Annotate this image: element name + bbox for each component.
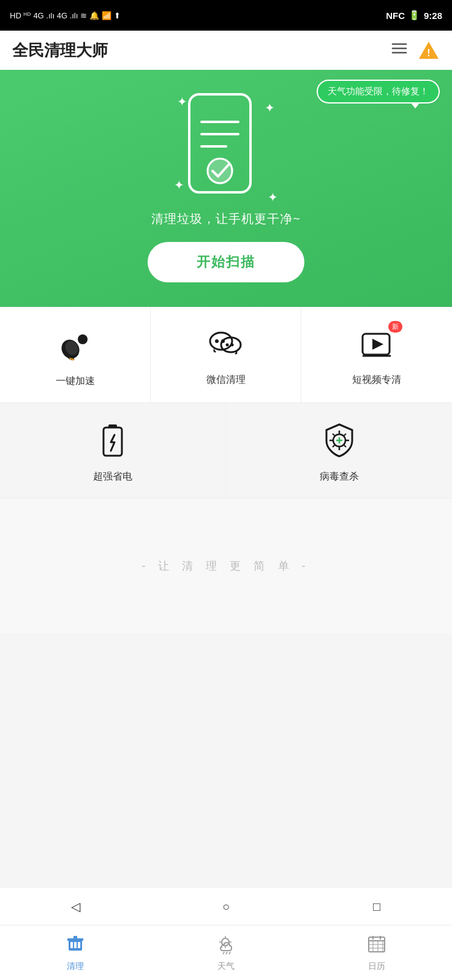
- sparkle-2: ✦: [265, 100, 275, 115]
- svg-point-18: [225, 343, 228, 346]
- nav-item-clean[interactable]: 清理: [0, 925, 151, 980]
- svg-line-49: [229, 952, 230, 954]
- slogan-text: - 让 清 理 更 简 单 -: [142, 559, 311, 573]
- warning-icon[interactable]: !: [418, 39, 440, 61]
- status-left: HD ᴴᴰ 4G .ılı 4G .ılı ≋ 🔔 📶 ⬆: [10, 11, 121, 20]
- feature-item-battery[interactable]: 超强省电: [0, 403, 226, 499]
- content-area: [0, 633, 452, 805]
- antivirus-icon: [322, 421, 357, 463]
- svg-line-30: [333, 434, 335, 436]
- shortvideo-label: 短视频专清: [352, 374, 401, 386]
- svg-rect-24: [108, 424, 117, 428]
- wechat-icon: [208, 328, 244, 366]
- phone-illustration: ✦ ✦ ✦ ✦: [171, 88, 281, 211]
- sparkle-1: ✦: [177, 94, 187, 109]
- feature-item-shortvideo[interactable]: 新 短视频专清: [301, 307, 452, 403]
- calendar-nav-label: 日历: [368, 961, 385, 972]
- scan-button[interactable]: 开始扫描: [148, 242, 304, 282]
- system-nav-bar: ◁ ○ □: [0, 888, 452, 925]
- network-icons: HD ᴴᴰ: [10, 11, 31, 20]
- battery-icon-feature: [97, 421, 128, 463]
- sparkle-4: ✦: [268, 190, 278, 205]
- svg-line-48: [226, 952, 227, 954]
- time-display: 9:28: [424, 10, 442, 21]
- bottom-navigation: 清理 天气: [0, 925, 452, 980]
- new-badge: 新: [388, 321, 402, 333]
- wifi-icon: ≋: [80, 11, 87, 20]
- clean-nav-label: 清理: [67, 961, 84, 972]
- feature-grid-row2: 超强省电 病毒查杀: [0, 403, 452, 499]
- sparkle-3: ✦: [174, 178, 184, 192]
- app-title: 全民清理大师: [12, 40, 108, 61]
- svg-line-31: [344, 434, 346, 436]
- battery-icon: 🔋: [409, 10, 420, 21]
- svg-point-9: [206, 157, 233, 184]
- weather-nav-icon: [216, 933, 236, 959]
- recent-button[interactable]: □: [361, 891, 392, 922]
- calendar-nav-icon: [366, 933, 387, 959]
- feature-grid-row1: 一键加速 微信清理 新 短视频专清: [0, 307, 452, 403]
- app-header: 全民清理大师 !: [0, 31, 452, 70]
- antivirus-label: 病毒查杀: [320, 470, 359, 483]
- svg-rect-39: [78, 942, 80, 948]
- hero-section: 天气功能受限，待修复！ ✦ ✦ ✦ ✦ 清理垃圾，让手机更干净~ 开始扫描: [0, 70, 452, 307]
- nav-item-weather[interactable]: 天气: [151, 925, 301, 980]
- slogan-section: - 让 清 理 更 简 单 -: [0, 499, 452, 633]
- svg-line-32: [333, 445, 335, 447]
- svg-rect-41: [73, 936, 77, 939]
- status-bar: HD ᴴᴰ 4G .ılı 4G .ılı ≋ 🔔 📶 ⬆ NFC 🔋 9:28: [0, 0, 452, 31]
- feature-item-antivirus[interactable]: 病毒查杀: [226, 403, 452, 499]
- speed-icon: [57, 326, 94, 368]
- extra-icons: 🔔 📶 ⬆: [89, 11, 120, 20]
- status-right: NFC 🔋 9:28: [386, 10, 442, 21]
- menu-icon[interactable]: [391, 40, 408, 61]
- svg-rect-37: [70, 942, 73, 948]
- weather-nav-label: 天气: [217, 961, 235, 972]
- feature-item-wechat[interactable]: 微信清理: [151, 307, 301, 403]
- back-button[interactable]: ◁: [60, 891, 91, 922]
- signal-icons: 4G .ılı 4G .ılı: [33, 11, 78, 20]
- speed-label: 一键加速: [56, 375, 95, 388]
- svg-point-19: [230, 343, 233, 346]
- weather-tooltip: 天气功能受限，待修复！: [317, 80, 440, 104]
- feature-item-speed[interactable]: 一键加速: [0, 307, 151, 403]
- svg-point-15: [215, 339, 219, 343]
- nav-item-calendar[interactable]: 日历: [301, 925, 452, 980]
- clean-nav-icon: [65, 933, 86, 959]
- wechat-label: 微信清理: [206, 374, 246, 386]
- svg-text:!: !: [427, 48, 430, 58]
- nfc-icon: NFC: [386, 10, 405, 21]
- svg-line-47: [223, 952, 224, 954]
- home-button[interactable]: ○: [211, 891, 241, 922]
- hero-subtitle: 清理垃圾，让手机更干净~: [151, 211, 301, 227]
- header-actions: !: [391, 39, 440, 61]
- svg-rect-38: [74, 942, 77, 948]
- shortvideo-icon: [358, 328, 396, 366]
- battery-label: 超强省电: [93, 470, 132, 483]
- svg-line-33: [344, 445, 346, 447]
- svg-marker-21: [372, 339, 383, 350]
